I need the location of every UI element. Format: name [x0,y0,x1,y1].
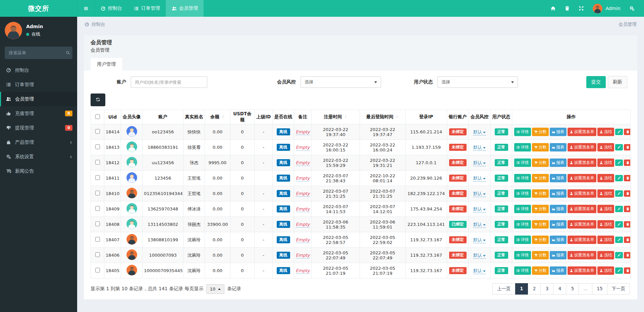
sort-icon[interactable] [344,115,347,119]
row-action-score[interactable]: 分数 [532,174,549,182]
row-action-report[interactable]: 报表 [550,189,567,198]
risk-dropdown-link[interactable]: 默认 [473,222,486,228]
row-action-freeze[interactable]: 冻结 [597,143,614,151]
row-action-detail[interactable]: 详情 [514,205,531,213]
pagination-prev[interactable]: 上一页 [492,283,516,295]
row-action-freeze[interactable]: 冻结 [597,128,614,136]
row-action-edit[interactable] [615,267,623,274]
remark-link[interactable]: Empty [296,129,310,135]
row-action-freeze[interactable]: 冻结 [597,174,614,182]
row-action-score[interactable]: 分数 [532,159,549,167]
row-action-freeze[interactable]: 冻结 [597,205,614,213]
row-action-detail[interactable]: 详情 [514,128,531,136]
sidebar-search-input[interactable] [9,50,66,55]
row-action-detail[interactable]: 详情 [514,236,531,244]
pagination-page-3[interactable]: 3 [541,283,553,295]
pagination-page-15[interactable]: 15 [592,283,607,295]
navbar-user-menu[interactable]: Admin [593,4,621,13]
pagination-page-5[interactable]: 5 [566,283,579,295]
sidebar-item-settings[interactable]: 系统设置 [0,149,77,164]
row-action-score[interactable]: 分数 [532,251,549,259]
row-action-edit[interactable] [615,252,623,258]
row-action-score[interactable]: 分数 [532,205,549,213]
row-action-report[interactable]: 报表 [550,266,567,275]
risk-dropdown-link[interactable]: 默认 [473,206,486,212]
remark-link[interactable]: Empty [296,253,310,258]
row-action-blacklist[interactable]: 设置黑名单 [568,143,596,151]
remark-link[interactable]: Empty [296,191,310,197]
account-search-input[interactable] [131,76,207,88]
row-action-edit[interactable] [615,237,623,243]
sort-icon[interactable] [221,115,225,119]
row-action-detail[interactable]: 详情 [514,159,531,167]
risk-select[interactable]: 选择 [301,76,381,88]
pagination-page-2[interactable]: 2 [528,283,541,295]
sidebar-item-withdraw[interactable]: 提现管理0 [0,121,77,135]
row-action-detail[interactable]: 详情 [514,143,531,151]
row-action-detail[interactable]: 详情 [514,189,531,198]
risk-dropdown-link[interactable]: 默认 [473,160,486,166]
nav-item-console[interactable]: 控制台 [95,0,128,17]
row-action-freeze[interactable]: 冻结 [597,251,614,259]
remark-link[interactable]: Empty [296,222,310,228]
row-action-score[interactable]: 分数 [532,220,549,229]
row-action-blacklist[interactable]: 设置黑名单 [568,251,596,259]
row-action-report[interactable]: 报表 [550,128,567,136]
row-checkbox[interactable] [95,237,100,242]
row-action-blacklist[interactable]: 设置黑名单 [568,205,596,213]
remark-link[interactable]: Empty [296,268,310,274]
nav-item-orders[interactable]: 订单管理 [128,0,166,17]
table-refresh-button[interactable] [91,93,105,106]
row-action-edit[interactable] [615,221,623,228]
risk-dropdown-link[interactable]: 默认 [473,176,486,182]
sidebar-item-console[interactable]: 控制台 [0,63,77,77]
breadcrumb-left[interactable]: 控制台 [92,21,105,27]
remark-link[interactable]: Empty [296,145,310,150]
row-action-freeze[interactable]: 冻结 [597,189,614,198]
row-action-delete[interactable] [624,252,631,258]
risk-dropdown-link[interactable]: 默认 [473,237,486,243]
row-action-delete[interactable] [624,237,631,243]
remark-link[interactable]: Empty [296,176,310,181]
row-action-score[interactable]: 分数 [532,236,549,244]
row-action-report[interactable]: 报表 [550,236,567,244]
brand-logo[interactable]: 微交所 [0,0,77,17]
row-action-report[interactable]: 报表 [550,143,567,151]
row-action-edit[interactable] [615,144,623,150]
row-checkbox[interactable] [95,144,100,149]
row-action-blacklist[interactable]: 设置黑名单 [568,174,596,182]
row-checkbox[interactable] [95,268,100,272]
sidebar-item-products[interactable]: 产品管理 [0,135,77,149]
row-action-delete[interactable] [624,175,631,181]
nav-item-members[interactable]: 会员管理 [166,0,204,17]
risk-dropdown-link[interactable]: 默认 [473,129,486,135]
status-select[interactable]: 选择 [437,76,518,88]
row-checkbox[interactable] [95,129,100,134]
refresh-button[interactable]: 刷新 [608,76,627,88]
row-action-freeze[interactable]: 冻结 [597,236,614,244]
row-action-delete[interactable] [624,190,631,197]
row-action-delete[interactable] [624,267,631,274]
risk-dropdown-link[interactable]: 默认 [473,253,486,259]
row-action-score[interactable]: 分数 [532,128,549,136]
risk-dropdown-link[interactable]: 默认 [473,268,486,274]
row-action-blacklist[interactable]: 设置黑名单 [568,266,596,275]
column-header-reg[interactable]: 注册时间 [312,110,360,124]
row-action-detail[interactable]: 详情 [514,174,531,182]
pagination-page-1[interactable]: 1 [515,283,528,295]
select-all-checkbox[interactable] [95,114,100,119]
row-checkbox[interactable] [95,252,100,257]
row-action-detail[interactable]: 详情 [514,220,531,229]
row-action-edit[interactable] [615,190,623,197]
row-checkbox[interactable] [95,191,100,195]
row-action-delete[interactable] [624,160,631,166]
pagination-next[interactable]: 下一页 [607,283,630,295]
row-action-edit[interactable] [615,175,623,181]
row-action-delete[interactable] [624,221,631,228]
remark-link[interactable]: Empty [296,206,310,212]
row-action-delete[interactable] [624,129,631,135]
row-action-edit[interactable] [615,160,623,166]
row-action-report[interactable]: 报表 [550,174,567,182]
row-action-blacklist[interactable]: 设置黑名单 [568,159,596,167]
row-action-delete[interactable] [624,206,631,212]
